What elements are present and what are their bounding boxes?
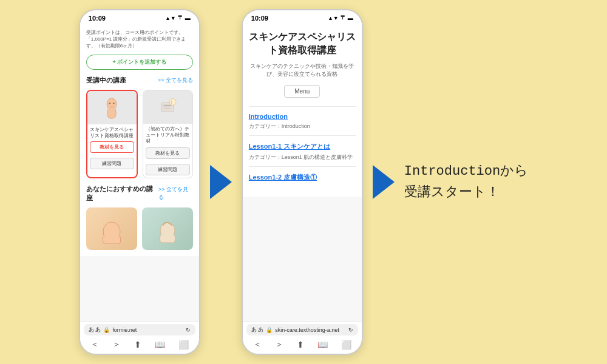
right-nav-bar: ＜ ＞ ⬆ 📖 ⬜ xyxy=(246,338,358,351)
left-status-bar: 10:09 ▲▼ 〒 ▬ xyxy=(80,10,199,23)
rec-card-1[interactable] xyxy=(86,207,137,250)
left-time: 10:09 xyxy=(89,15,106,22)
text-box: Introductionから 受講スタート！ xyxy=(404,161,528,203)
share-btn[interactable]: ⬆ xyxy=(134,340,141,349)
practice-btn-2[interactable]: 練習問題 xyxy=(146,164,190,175)
right-signal-icon: ▲▼ xyxy=(328,15,339,21)
svg-point-2 xyxy=(113,103,115,104)
reload-icon[interactable]: ↻ xyxy=(186,327,191,333)
right-bottom-bar: あ あ 🔒 skin-care.texthosting-a.net ↻ ＜ ＞ … xyxy=(243,321,362,354)
left-nav-bar: ＜ ＞ ⬆ 📖 ⬜ xyxy=(84,338,195,351)
back-btn[interactable]: ＜ xyxy=(90,339,99,350)
right-url-bar[interactable]: あ あ 🔒 skin-care.texthosting-a.net ↻ xyxy=(246,324,358,335)
right-time: 10:09 xyxy=(251,15,268,22)
right-locale: あ あ xyxy=(251,326,264,334)
right-wifi-icon: 〒 xyxy=(341,14,346,22)
rec-card-2[interactable] xyxy=(142,207,193,250)
add-points-button[interactable]: + ポイントを追加する xyxy=(86,55,193,70)
course-card-skincare: スキンケアスペシャリスト資格取得講座 教材を見る 練習問題 xyxy=(86,90,138,178)
recommended-see-all[interactable]: >> 全てを見る xyxy=(158,186,193,201)
left-status-icons: ▲▼ 〒 ▬ xyxy=(165,14,191,22)
course-title-1: スキンケアスペシャリスト資格取得講座 xyxy=(87,124,137,140)
view-material-btn-1[interactable]: 教材を見る xyxy=(90,141,134,153)
wifi-icon: 〒 xyxy=(178,14,183,22)
right-status-icons: ▲▼ 〒 ▬ xyxy=(328,14,353,22)
course-title-2: （初めての方へ）チュートリアル特別教材 xyxy=(143,124,192,145)
svg-text:!: ! xyxy=(171,100,172,104)
svg-point-7 xyxy=(170,99,177,106)
arrow-2 xyxy=(373,165,395,199)
recommended-section-header: あなたにおすすめの講座 >> 全てを見る xyxy=(86,184,193,203)
right-tabs-btn[interactable]: ⬜ xyxy=(341,340,351,349)
course-thumb-1 xyxy=(87,91,137,124)
bookmarks-btn[interactable]: 📖 xyxy=(155,340,165,349)
lock-icon: 🔒 xyxy=(103,327,110,333)
right-reload-icon[interactable]: ↻ xyxy=(348,327,353,333)
right-battery-icon: ▬ xyxy=(348,15,353,21)
recommended-grid xyxy=(86,207,193,250)
right-share-btn[interactable]: ⬆ xyxy=(297,340,304,349)
right-phone: 10:09 ▲▼ 〒 ▬ スキンケアスペシャリスト資格取得講座 スキンケアのテク… xyxy=(242,9,363,355)
right-url: skin-care.texthosting-a.net xyxy=(275,327,339,333)
practice-btn-1[interactable]: 練習問題 xyxy=(90,158,134,169)
intro-category: カテゴリー：Introduction xyxy=(249,123,356,130)
right-lock-icon: 🔒 xyxy=(266,327,273,333)
svg-point-0 xyxy=(107,98,117,110)
lesson-item-1-2: Lesson1-2 皮膚構造① xyxy=(249,166,356,189)
lesson-item-intro: Introduction カテゴリー：Introduction xyxy=(249,106,356,135)
text-line-2: 受講スタート！ xyxy=(404,182,528,203)
left-url-bar[interactable]: あ あ 🔒 formie.net ↻ xyxy=(84,324,195,335)
forward-btn[interactable]: ＞ xyxy=(112,339,121,350)
left-phone-content: 受講ポイントは、コース用のポイントです。「1,000P=1 講座分」の新規受講に… xyxy=(80,23,199,321)
right-bookmarks-btn[interactable]: 📖 xyxy=(317,340,328,349)
course-card-tutorial: ! （初めての方へ）チュートリアル特別教材 教材を見る 練習問題 xyxy=(143,90,193,178)
left-bottom-bar: あ あ 🔒 formie.net ↻ ＜ ＞ ⬆ 📖 ⬜ xyxy=(80,321,199,354)
right-status-bar: 10:09 ▲▼ 〒 ▬ xyxy=(243,10,362,23)
tabs-btn[interactable]: ⬜ xyxy=(178,340,189,349)
battery-icon: ▬ xyxy=(185,15,191,21)
right-phone-content: スキンケアスペシャリスト資格取得講座 スキンケアのテクニックや技術・知識を学び、… xyxy=(243,23,362,321)
enrolled-section-header: 受講中の講座 >> 全てを見る xyxy=(86,76,193,85)
point-notice: 受講ポイントは、コース用のポイントです。「1,000P=1 講座分」の新規受講に… xyxy=(86,29,193,50)
course-description: スキンケアのテクニックや技術・知識を学び、美容に役立てられる資格 xyxy=(249,62,356,79)
right-back-btn[interactable]: ＜ xyxy=(253,339,262,350)
right-forward-btn[interactable]: ＞ xyxy=(275,339,283,350)
menu-button[interactable]: Menu xyxy=(284,85,320,98)
course-thumb-2: ! xyxy=(143,90,192,124)
lesson-item-1-1: Lesson1-1 スキンケアとは カテゴリー：Lesson1 肌の構造と皮膚科… xyxy=(249,135,356,166)
lesson-1-2-link[interactable]: Lesson1-2 皮膚構造① xyxy=(249,173,356,182)
view-material-btn-2[interactable]: 教材を見る xyxy=(146,147,190,159)
lesson-1-1-link[interactable]: Lesson1-1 スキンケアとは xyxy=(249,142,356,151)
left-locale: あ あ xyxy=(89,326,101,334)
course-grid: スキンケアスペシャリスト資格取得講座 教材を見る 練習問題 xyxy=(86,90,193,178)
arrow-1 xyxy=(210,165,232,199)
left-phone: 10:09 ▲▼ 〒 ▬ 受講ポイントは、コース用のポイントです。「1,000P… xyxy=(79,9,200,355)
enrolled-see-all[interactable]: >> 全てを見る xyxy=(158,76,193,84)
text-line-1: Introductionから xyxy=(404,161,528,182)
left-url: formie.net xyxy=(112,327,137,333)
svg-point-1 xyxy=(109,103,111,104)
recommended-title: あなたにおすすめの講座 xyxy=(86,184,158,203)
lesson-1-1-category: カテゴリー：Lesson1 肌の構造と皮膚科学 xyxy=(249,153,356,161)
course-main-title: スキンケアスペシャリスト資格取得講座 xyxy=(249,30,356,58)
intro-link[interactable]: Introduction xyxy=(249,113,356,120)
enrolled-title: 受講中の講座 xyxy=(86,76,126,85)
signal-icon: ▲▼ xyxy=(165,15,176,21)
